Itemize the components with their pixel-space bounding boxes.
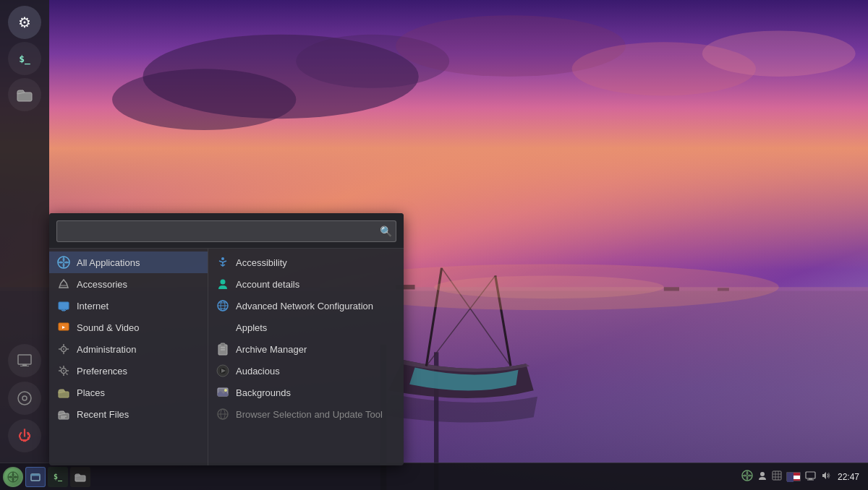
all-apps-label: All Applications xyxy=(77,257,140,268)
svg-rect-16 xyxy=(718,288,729,291)
internet-icon xyxy=(56,298,71,313)
search-input[interactable] xyxy=(56,220,396,242)
svg-rect-27 xyxy=(59,302,69,309)
applets-icon xyxy=(216,320,230,335)
svg-point-38 xyxy=(63,370,64,371)
user-icon[interactable] xyxy=(757,470,767,483)
places-label: Places xyxy=(77,387,105,398)
category-places[interactable]: Places xyxy=(49,382,208,403)
svg-line-12 xyxy=(442,268,511,366)
power-button[interactable]: ⏻ xyxy=(8,419,41,452)
svg-point-64 xyxy=(224,389,227,392)
taskbar-right: 22:47 xyxy=(736,470,868,483)
app-accessibility[interactable]: Accessibility xyxy=(208,252,404,273)
accessibility-icon xyxy=(216,255,230,270)
taskbar-active-window[interactable] xyxy=(25,467,46,487)
category-accessories[interactable]: Accessories xyxy=(49,273,208,295)
taskbar-terminal[interactable]: $_ xyxy=(48,467,68,487)
search-icon: 🔍 xyxy=(380,225,392,237)
account-details-label: Account details xyxy=(236,279,299,290)
category-administration[interactable]: Administration xyxy=(49,338,208,360)
svg-rect-22 xyxy=(20,366,29,366)
svg-point-50 xyxy=(221,280,226,285)
terminal-button[interactable]: $_ xyxy=(8,42,41,75)
backgrounds-icon xyxy=(216,385,230,400)
svg-rect-15 xyxy=(664,287,679,291)
browser-selection-icon xyxy=(216,407,230,421)
volume-icon[interactable] xyxy=(820,470,830,483)
adv-network-label: Advanced Network Configuration xyxy=(236,301,373,311)
backgrounds-label: Backgrounds xyxy=(236,387,291,398)
svg-point-49 xyxy=(221,257,224,260)
svg-rect-74 xyxy=(773,471,781,480)
screen-button[interactable] xyxy=(8,344,41,377)
svg-rect-80 xyxy=(809,478,812,480)
svg-point-18 xyxy=(434,275,664,298)
svg-point-73 xyxy=(760,472,765,476)
archive-manager-label: Archive Manager xyxy=(236,344,307,355)
svg-rect-81 xyxy=(807,479,814,480)
network-icon[interactable] xyxy=(772,470,782,483)
disc-button[interactable] xyxy=(8,382,41,415)
taskbar: $_ xyxy=(0,463,868,490)
app-backgrounds[interactable]: Backgrounds xyxy=(208,382,404,403)
category-all-apps[interactable]: All Applications xyxy=(49,252,208,273)
category-preferences[interactable]: Preferences xyxy=(49,360,208,382)
svg-line-44 xyxy=(67,374,68,375)
sound-video-label: Sound & Video xyxy=(77,322,140,333)
taskbar-left: $_ xyxy=(0,467,93,487)
settings-button[interactable]: ⚙ xyxy=(8,6,41,39)
search-bar: 🔍 xyxy=(49,213,404,249)
left-panel: ⚙ $_ ⏻ xyxy=(0,0,49,463)
archive-manager-icon xyxy=(216,342,230,356)
svg-line-43 xyxy=(60,367,61,369)
svg-rect-70 xyxy=(31,474,40,476)
svg-line-10 xyxy=(426,268,441,366)
app-audacious[interactable]: Audacious xyxy=(208,360,404,382)
svg-point-23 xyxy=(18,392,31,405)
svg-line-11 xyxy=(495,275,511,366)
administration-icon xyxy=(56,342,71,356)
svg-line-13 xyxy=(426,275,495,366)
recent-files-label: Recent Files xyxy=(77,409,129,420)
applets-label: Applets xyxy=(236,322,267,333)
category-recent-files[interactable]: Recent Files xyxy=(49,403,208,425)
accessories-icon xyxy=(56,277,71,291)
category-internet[interactable]: Internet xyxy=(49,295,208,317)
svg-rect-20 xyxy=(18,355,31,364)
browser-selection-label: Browser Selection and Update Tool xyxy=(236,409,383,420)
preferences-icon xyxy=(56,364,71,378)
category-sound-video[interactable]: Sound & Video xyxy=(49,317,208,338)
accessories-label: Accessories xyxy=(77,279,127,290)
administration-label: Administration xyxy=(77,344,136,355)
taskbar-mint-menu[interactable] xyxy=(3,467,23,487)
app-applets[interactable]: Applets xyxy=(208,317,404,338)
app-archive-manager[interactable]: Archive Manager xyxy=(208,338,404,360)
adv-network-icon xyxy=(216,298,230,313)
app-browser-selection[interactable]: Browser Selection and Update Tool xyxy=(208,403,404,425)
svg-rect-21 xyxy=(22,364,27,366)
svg-point-32 xyxy=(63,348,64,350)
audacious-label: Audacious xyxy=(236,366,280,377)
app-account-details[interactable]: Account details xyxy=(208,273,404,295)
update-manager-icon[interactable] xyxy=(741,470,753,483)
account-details-icon xyxy=(216,277,230,291)
audacious-icon xyxy=(216,364,230,378)
places-icon xyxy=(56,385,71,400)
taskbar-files[interactable] xyxy=(70,467,90,487)
internet-label: Internet xyxy=(77,301,109,311)
clock: 22:47 xyxy=(835,472,862,482)
svg-rect-57 xyxy=(221,343,225,346)
svg-marker-82 xyxy=(822,472,826,479)
recent-files-icon xyxy=(56,407,71,421)
app-adv-network[interactable]: Advanced Network Configuration xyxy=(208,295,404,317)
category-list: All Applications Accessories xyxy=(49,249,208,465)
all-apps-icon xyxy=(56,255,71,270)
svg-rect-79 xyxy=(806,472,815,478)
language-icon[interactable] xyxy=(786,472,801,481)
files-button[interactable] xyxy=(8,78,41,111)
app-menu: 🔍 All Applications xyxy=(49,213,404,465)
display-icon[interactable] xyxy=(805,471,816,483)
app-list: Accessibility Account details xyxy=(208,249,404,465)
preferences-label: Preferences xyxy=(77,366,127,377)
